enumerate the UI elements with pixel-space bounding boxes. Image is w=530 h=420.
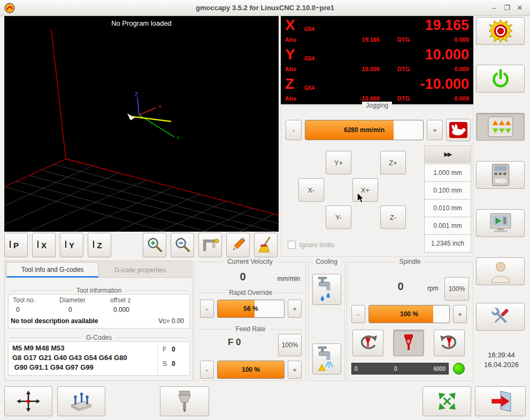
feed-rate-header: Feed Rate [199, 325, 302, 333]
jog-z-minus-button[interactable]: Z- [380, 205, 406, 229]
svg-text:MDI: MDI [495, 178, 506, 184]
feed-reset-button[interactable]: 100% [278, 334, 302, 356]
spindle-reset-button[interactable]: 100% [444, 277, 469, 301]
clock-date: 16.04.2026 [476, 361, 527, 369]
zoom-out-icon [173, 236, 191, 254]
fullscreen-button[interactable] [423, 386, 471, 416]
gcodes-box: M5 M9 M48 M53 G8 G17 G21 G40 G43 G54 G64… [8, 341, 190, 376]
edit-button[interactable] [226, 233, 250, 257]
minimize-button[interactable]: – [488, 2, 500, 14]
tab-gcode-properties[interactable]: G-code properties [100, 262, 180, 278]
mist-coolant-button[interactable] [312, 343, 341, 375]
dro-axis-z[interactable]: Z G54 -10.000 Abs -10.000 DTG 0.000 [281, 75, 473, 104]
spindle-override-slider[interactable]: 100 % [368, 305, 450, 323]
touch-plate-icon [69, 390, 94, 413]
preview-message: No Program loaded [4, 19, 279, 27]
spindle-plus-button[interactable]: + [453, 305, 467, 323]
feed-override-slider[interactable]: 100 % [217, 361, 285, 379]
manual-mode-button[interactable] [476, 113, 525, 141]
tool-measure-button[interactable] [160, 386, 209, 416]
gcodes-divider [157, 343, 158, 374]
spindle-bar-max: 6000 [434, 366, 445, 372]
spindle-rpm-bar: 0 0 6000 [351, 363, 449, 375]
auto-run-icon [488, 212, 513, 234]
turtle-rabbit-toggle-button[interactable] [446, 119, 471, 141]
rapid-minus-button[interactable]: - [200, 300, 214, 318]
view-z-button[interactable]: Z [88, 233, 111, 257]
jog-y-minus-button[interactable]: Y- [326, 205, 351, 229]
block-height-button[interactable] [57, 386, 105, 416]
dro-axis-x[interactable]: X G54 19.165 Abs 19.165 DTG 0.000 [281, 16, 473, 45]
s-value: 0 [172, 360, 175, 368]
spindle-at-speed-led [453, 363, 465, 375]
feed-display: F 0 [228, 337, 241, 348]
increment-0001mm-button[interactable]: 0.001 mm [424, 217, 471, 235]
increment-01mm-button[interactable]: 0.100 mm [424, 181, 471, 200]
mdi-mode-button[interactable]: MDI [476, 161, 525, 189]
dro-panel[interactable]: X G54 19.165 Abs 19.165 DTG 0.000 Y G54 … [281, 16, 473, 104]
caliper-icon [201, 236, 219, 254]
current-velocity-value: 0 [216, 271, 270, 283]
feed-plus-button[interactable]: + [288, 361, 302, 379]
jog-speed-minus-button[interactable]: - [286, 120, 302, 140]
rabbit-icon [449, 122, 468, 138]
spindle-stop-button[interactable]: 0 [393, 330, 424, 356]
view-y-button[interactable]: Y [60, 233, 83, 257]
touch-off-axis-button[interactable] [4, 386, 52, 416]
settings-button[interactable] [476, 303, 525, 331]
ignore-limits-checkbox[interactable] [288, 241, 296, 249]
machine-on-button[interactable] [476, 65, 525, 93]
dimensions-button[interactable] [198, 233, 222, 257]
close-button[interactable]: ✕ [514, 2, 526, 14]
auto-mode-button[interactable] [476, 209, 525, 237]
tool-information-header: Tool information [9, 287, 189, 294]
zoom-in-button[interactable] [143, 233, 166, 257]
jog-x-plus-button[interactable]: X+ [352, 178, 378, 202]
jog-speed-slider[interactable]: 6280 mm/min [305, 120, 424, 140]
estop-button[interactable] [476, 17, 525, 45]
view-p-button[interactable]: P [4, 233, 28, 257]
jog-speed-plus-button[interactable]: + [427, 120, 443, 140]
jog-z-plus-button[interactable]: Z+ [380, 151, 406, 174]
broom-icon [257, 236, 275, 254]
zoom-in-icon [145, 236, 164, 254]
gcodes-header: G-Codes [9, 334, 189, 341]
jogging-frame: Jogging - 6280 mm/min + Y+ Z+ X- X+ Y- Z… [281, 105, 473, 257]
feed-minus-button[interactable]: - [200, 361, 214, 379]
clear-plot-button[interactable] [254, 233, 278, 257]
mouse-cursor [357, 193, 365, 204]
jog-x-minus-button[interactable]: X- [298, 178, 324, 202]
current-velocity-title: Current Velocity [224, 258, 276, 265]
gremlin-preview[interactable]: No Program loaded Z X [4, 16, 279, 232]
spindle-right-button[interactable] [434, 330, 465, 356]
svg-text:0: 0 [407, 339, 410, 344]
rapid-override-header: Rapid Override [199, 289, 302, 296]
tool-holder-icon [174, 389, 195, 414]
view-x-button[interactable]: X [32, 233, 56, 257]
increment-1mm-button[interactable]: 1.000 mm [424, 164, 471, 182]
spindle-minus-button[interactable]: - [351, 305, 365, 323]
rapid-override-slider[interactable]: 56 % [217, 300, 285, 318]
col-tool-no: Tool no. [13, 296, 35, 304]
tool-notebook: Tool info and G-codes G-code properties … [4, 261, 193, 381]
increment-inch-button[interactable]: 1.2345 inch [424, 234, 471, 253]
clock-time: 16:39:44 [476, 351, 527, 359]
increment-rapid-button[interactable]: ▶▶ [424, 146, 471, 163]
val-offset-z: 0.000 [113, 306, 129, 314]
dro-axis-y[interactable]: Y G54 10.000 Abs 10.000 DTG 0.000 [281, 45, 473, 75]
spindle-left-button[interactable] [352, 330, 383, 356]
rapid-plus-button[interactable]: + [288, 300, 302, 318]
pencil-icon [229, 236, 247, 254]
val-tool-no: 0 [16, 306, 20, 314]
setup-user-button[interactable] [476, 257, 525, 285]
increment-001mm-button[interactable]: 0.010 mm [424, 199, 471, 217]
flood-icon [316, 277, 337, 302]
tab-tool-info[interactable]: Tool info and G-codes [6, 262, 98, 278]
jog-pad-icon [488, 116, 513, 138]
exit-button[interactable] [475, 386, 526, 416]
jog-y-plus-button[interactable]: Y+ [326, 151, 351, 174]
rapid-override-value: 56 % [243, 305, 258, 312]
zoom-out-button[interactable] [171, 233, 194, 257]
flood-coolant-button[interactable] [312, 274, 341, 305]
maximize-button[interactable]: ❐ [501, 2, 513, 14]
